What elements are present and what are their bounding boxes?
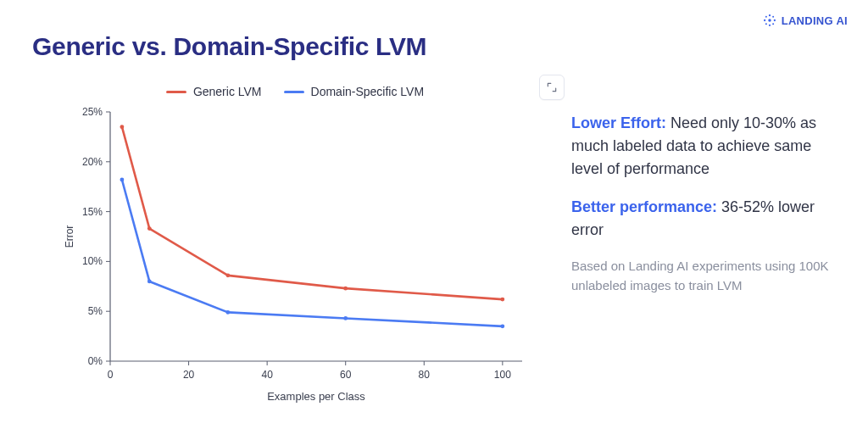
chart-svg: 0%5%10%15%20%25%020406080100Examples per… (58, 103, 532, 409)
svg-text:Error: Error (64, 226, 75, 248)
svg-point-7 (765, 23, 767, 25)
callout-lead: Lower Effort: (571, 114, 666, 131)
slide-page: LANDING AI Generic vs. Domain-Specific L… (0, 0, 868, 440)
expand-icon (546, 81, 558, 93)
svg-point-40 (343, 287, 348, 291)
legend-label: Generic LVM (193, 85, 262, 98)
svg-text:0%: 0% (88, 355, 103, 367)
svg-text:20: 20 (183, 369, 195, 381)
svg-point-42 (120, 178, 124, 182)
text-column: Lower Effort: Need only 10-30% as much l… (558, 68, 843, 295)
page-title: Generic vs. Domain-Specific LVM (32, 32, 843, 61)
legend-swatch (284, 91, 304, 93)
svg-point-44 (225, 310, 230, 315)
footnote: Based on Landing AI experiments using 10… (571, 257, 839, 295)
brand-text: LANDING AI (782, 14, 848, 27)
chart: Generic LVM Domain-Specific LVM 0%5%10%1… (58, 85, 532, 409)
svg-point-6 (772, 16, 774, 18)
svg-text:25%: 25% (82, 106, 103, 118)
svg-point-43 (147, 280, 152, 284)
svg-point-38 (147, 226, 152, 231)
svg-text:80: 80 (419, 369, 431, 381)
svg-point-1 (769, 14, 771, 16)
svg-point-39 (225, 273, 230, 277)
svg-point-3 (764, 19, 765, 21)
callout-lead: Better performance: (571, 198, 717, 215)
svg-point-41 (500, 298, 504, 302)
callout-effort: Lower Effort: Need only 10-30% as much l… (571, 112, 839, 181)
callout-performance: Better performance: 36-52% lower error (571, 196, 839, 242)
svg-point-5 (765, 16, 767, 18)
legend-swatch (166, 91, 186, 93)
content-row: Generic LVM Domain-Specific LVM 0%5%10%1… (32, 68, 843, 409)
chart-column: Generic LVM Domain-Specific LVM 0%5%10%1… (32, 68, 558, 409)
svg-point-8 (772, 23, 774, 25)
brand-logo: LANDING AI (763, 14, 848, 27)
legend-label: Domain-Specific LVM (311, 85, 425, 98)
svg-point-0 (768, 19, 771, 21)
svg-text:Examples per Class: Examples per Class (267, 390, 365, 403)
svg-text:10%: 10% (82, 255, 103, 267)
svg-text:0: 0 (108, 369, 114, 381)
svg-point-37 (120, 125, 124, 129)
brand-icon (763, 14, 776, 27)
svg-point-46 (500, 324, 504, 328)
legend-item-domain: Domain-Specific LVM (284, 85, 425, 98)
svg-text:60: 60 (340, 369, 352, 381)
svg-point-4 (773, 19, 775, 21)
svg-point-45 (343, 316, 348, 320)
svg-text:20%: 20% (82, 156, 103, 168)
legend-item-generic: Generic LVM (166, 85, 262, 98)
chart-legend: Generic LVM Domain-Specific LVM (58, 85, 532, 98)
svg-point-2 (769, 25, 771, 26)
svg-text:100: 100 (494, 369, 511, 381)
svg-text:15%: 15% (82, 206, 103, 218)
svg-text:5%: 5% (88, 305, 103, 317)
svg-text:40: 40 (261, 369, 273, 381)
popout-button[interactable] (539, 75, 565, 100)
